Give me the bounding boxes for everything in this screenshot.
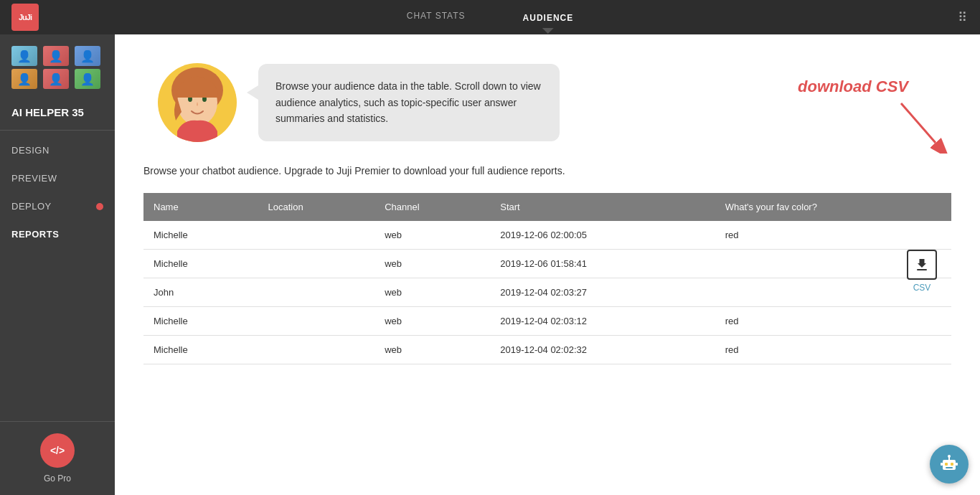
nav-audience[interactable]: AUDIENCE — [523, 13, 574, 23]
cell-location — [258, 250, 375, 278]
download-annotation: download CSV — [798, 77, 951, 154]
assistant-avatar — [158, 63, 237, 142]
avatar-thumb-4: 👤 — [11, 69, 37, 89]
table-header-row: Name Location Channel Start What's your … — [143, 193, 951, 221]
table-row[interactable]: Michelleweb2019-12-06 02:00:05red — [143, 221, 951, 250]
cell-channel: web — [374, 336, 490, 364]
cell-start: 2019-12-04 02:02:32 — [490, 336, 715, 364]
top-navigation: JuJi CHAT STATS AUDIENCE ⠿ — [0, 0, 980, 34]
sidebar: 👤 👤 👤 👤 👤 👤 AI HELPER 35 DESIGN PREVIEW … — [0, 34, 115, 495]
download-svg-icon — [913, 256, 930, 273]
main-content: Browse your audience data in the table. … — [115, 34, 980, 495]
cell-channel: web — [374, 221, 490, 250]
csv-download-button[interactable]: CSV — [907, 250, 937, 293]
sidebar-item-preview[interactable]: PREVIEW — [0, 164, 115, 192]
svg-rect-13 — [941, 463, 943, 466]
cell-name: Michelle — [143, 250, 258, 278]
cell-start: 2019-12-04 02:03:12 — [490, 307, 715, 336]
avatar-thumb-6: 👤 — [75, 69, 100, 89]
speech-bubble: Browse your audience data in the table. … — [258, 64, 560, 141]
cell-location — [258, 278, 375, 307]
audience-dropdown-indicator — [542, 28, 554, 34]
chat-widget[interactable] — [930, 445, 969, 484]
svg-rect-10 — [946, 467, 953, 468]
cell-channel: web — [374, 307, 490, 336]
sidebar-item-deploy[interactable]: DEPLOY — [0, 192, 115, 220]
table-row[interactable]: Johnweb2019-12-04 02:03:27 — [143, 278, 951, 307]
go-pro-label: Go Pro — [44, 473, 71, 484]
app-logo[interactable]: JuJi — [11, 4, 39, 31]
sidebar-bottom: </> Go Pro — [0, 421, 115, 495]
avatar-thumb-2: 👤 — [43, 46, 69, 66]
robot-icon — [938, 453, 961, 476]
svg-rect-9 — [951, 463, 953, 466]
cell-fav_color: red — [715, 307, 951, 336]
download-csv-label: download CSV — [798, 77, 908, 96]
cell-start: 2019-12-06 01:58:41 — [490, 250, 715, 278]
nav-links: CHAT STATS AUDIENCE — [407, 11, 573, 24]
audience-table: Name Location Channel Start What's your … — [143, 193, 951, 364]
cell-name: Michelle — [143, 221, 258, 250]
cell-fav_color: red — [715, 336, 951, 364]
sidebar-item-reports[interactable]: REPORTS — [0, 220, 115, 248]
col-channel: Channel — [374, 193, 490, 221]
avatar-thumb-5: 👤 — [43, 69, 69, 89]
col-fav-color: What's your fav color? — [715, 193, 951, 221]
table-row[interactable]: Michelleweb2019-12-04 02:02:32red — [143, 336, 951, 364]
sidebar-avatars: 👤 👤 👤 👤 👤 👤 — [0, 34, 115, 100]
main-layout: 👤 👤 👤 👤 👤 👤 AI HELPER 35 DESIGN PREVIEW … — [0, 34, 980, 495]
cell-channel: web — [374, 250, 490, 278]
go-pro-button[interactable]: </> — [40, 433, 75, 468]
table-header: Name Location Channel Start What's your … — [143, 193, 951, 221]
col-name: Name — [143, 193, 258, 221]
table-section: Browse your chatbot audience. Upgrade to… — [115, 164, 980, 393]
cell-name: Michelle — [143, 307, 258, 336]
cell-channel: web — [374, 278, 490, 307]
csv-label-text: CSV — [913, 283, 931, 293]
svg-point-12 — [948, 455, 951, 458]
cell-name: John — [143, 278, 258, 307]
sidebar-title: AI HELPER 35 — [0, 100, 115, 131]
table-row[interactable]: Michelleweb2019-12-06 01:58:41 — [143, 250, 951, 278]
avatar-thumb-1: 👤 — [11, 46, 37, 66]
table-intro-text: Browse your chatbot audience. Upgrade to… — [143, 164, 951, 179]
svg-rect-14 — [956, 463, 958, 466]
svg-rect-8 — [945, 463, 948, 466]
sidebar-nav: DESIGN PREVIEW DEPLOY REPORTS — [0, 131, 115, 248]
download-arrow-svg — [894, 96, 951, 154]
cell-location — [258, 221, 375, 250]
cell-location — [258, 307, 375, 336]
cell-name: Michelle — [143, 336, 258, 364]
cell-location — [258, 336, 375, 364]
csv-download-icon[interactable] — [907, 250, 937, 280]
nav-audience-wrapper: AUDIENCE — [523, 11, 574, 24]
cell-start: 2019-12-04 02:03:27 — [490, 278, 715, 307]
table-body: Michelleweb2019-12-06 02:00:05redMichell… — [143, 221, 951, 364]
deploy-badge — [96, 203, 103, 210]
col-start: Start — [490, 193, 715, 221]
cell-fav_color: red — [715, 221, 951, 250]
nav-chat-stats[interactable]: CHAT STATS — [407, 11, 466, 24]
svg-line-5 — [901, 103, 936, 143]
col-location: Location — [258, 193, 375, 221]
table-row[interactable]: Michelleweb2019-12-04 02:03:12red — [143, 307, 951, 336]
avatar-svg — [161, 63, 233, 142]
avatar-thumb-3: 👤 — [75, 46, 100, 66]
svg-rect-6 — [917, 269, 927, 270]
cell-start: 2019-12-06 02:00:05 — [490, 221, 715, 250]
nav-right: ⠿ — [958, 9, 969, 25]
sidebar-item-design[interactable]: DESIGN — [0, 136, 115, 164]
grid-icon[interactable]: ⠿ — [958, 9, 969, 25]
